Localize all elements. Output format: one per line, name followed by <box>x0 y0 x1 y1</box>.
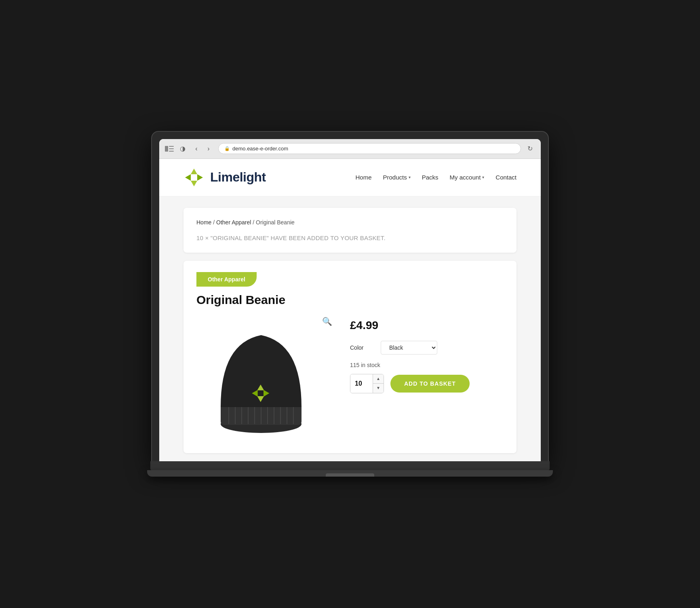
screen-bezel: ◑ ‹ › 🔒 demo.ease-e-order.com ↻ <box>152 132 548 461</box>
category-badge[interactable]: Other Apparel <box>196 272 257 287</box>
nav-myaccount[interactable]: My account ▾ <box>450 174 485 181</box>
site-nav: Home Products ▾ Packs My account ▾ <box>356 174 517 181</box>
svg-point-14 <box>259 391 263 395</box>
site-logo: Limelight <box>183 167 266 188</box>
color-label: Color <box>350 344 374 351</box>
refresh-button[interactable]: ↻ <box>525 144 535 153</box>
browser-content: Limelight Home Products ▾ Packs <box>159 159 541 461</box>
zoom-button[interactable]: 🔍 <box>320 315 334 328</box>
contrast-toggle-button[interactable]: ◑ <box>179 145 187 153</box>
product-price: £4.99 <box>350 319 504 332</box>
logo-icon <box>183 167 205 188</box>
color-select[interactable]: Black <box>381 341 437 355</box>
product-card: Other Apparel Original Beanie 🔍 <box>183 261 517 453</box>
product-image-wrap: 🔍 <box>196 315 334 440</box>
browser-toolbar: ◑ ‹ › 🔒 demo.ease-e-order.com ↻ <box>159 139 541 159</box>
address-bar[interactable]: 🔒 demo.ease-e-order.com <box>218 143 521 154</box>
myaccount-chevron-icon: ▾ <box>482 175 484 179</box>
sidebar-toggle-button[interactable] <box>165 145 176 153</box>
notification-message: 10 × "ORIGINAL BEANIE" HAVE BEEN ADDED T… <box>196 234 504 241</box>
breadcrumb: Home / Other Apparel / Original Beanie <box>196 219 504 226</box>
product-details: £4.99 Color Black 115 in s <box>350 315 504 440</box>
quantity-input[interactable] <box>350 374 373 393</box>
laptop-base <box>150 461 550 470</box>
nav-buttons: ‹ › <box>191 143 214 154</box>
laptop-notch <box>326 473 374 477</box>
nav-products[interactable]: Products ▾ <box>383 174 411 181</box>
product-title: Original Beanie <box>183 293 517 307</box>
site-header: Limelight Home Products ▾ Packs <box>159 159 541 196</box>
beanie-illustration <box>209 319 314 436</box>
product-body: 🔍 <box>183 315 517 453</box>
breadcrumb-card: Home / Other Apparel / Original Beanie 1… <box>183 208 517 253</box>
breadcrumb-current: Original Beanie <box>256 219 295 226</box>
laptop-frame: ◑ ‹ › 🔒 demo.ease-e-order.com ↻ <box>152 132 548 477</box>
nav-packs[interactable]: Packs <box>422 174 439 181</box>
color-attribute-row: Color Black <box>350 341 504 355</box>
logo-text: Limelight <box>210 170 266 185</box>
quantity-input-wrap: ▲ ▼ <box>350 374 384 393</box>
product-attributes: Color Black <box>350 341 504 355</box>
sidebar-toggle-icon <box>165 146 174 152</box>
forward-button[interactable]: › <box>203 143 214 154</box>
product-image <box>196 315 326 440</box>
url-text: demo.ease-e-order.com <box>232 146 288 152</box>
products-chevron-icon: ▾ <box>409 175 411 179</box>
laptop-bottom <box>147 470 553 477</box>
breadcrumb-category[interactable]: Other Apparel <box>216 219 251 226</box>
stock-info: 115 in stock <box>350 362 504 368</box>
zoom-icon: 🔍 <box>322 317 332 326</box>
add-to-basket-row: ▲ ▼ ADD TO BASKET <box>350 374 504 393</box>
nav-contact[interactable]: Contact <box>495 174 517 181</box>
lock-icon: 🔒 <box>224 146 230 151</box>
nav-home[interactable]: Home <box>356 174 372 181</box>
breadcrumb-home[interactable]: Home <box>196 219 211 226</box>
add-to-basket-button[interactable]: ADD TO BASKET <box>390 375 470 393</box>
quantity-spinners: ▲ ▼ <box>373 374 384 393</box>
back-button[interactable]: ‹ <box>191 143 202 154</box>
browser-chrome: ◑ ‹ › 🔒 demo.ease-e-order.com ↻ <box>159 139 541 461</box>
browser-controls: ◑ <box>165 145 187 153</box>
site-main: Home / Other Apparel / Original Beanie 1… <box>159 208 541 453</box>
quantity-decrease-button[interactable]: ▼ <box>373 384 384 393</box>
quantity-increase-button[interactable]: ▲ <box>373 374 384 384</box>
svg-point-0 <box>192 175 196 179</box>
